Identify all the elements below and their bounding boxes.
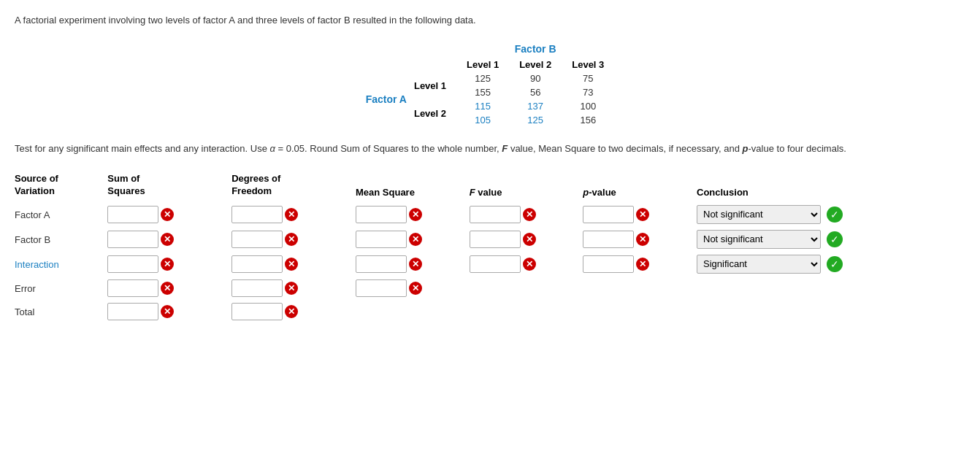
ss-cell-1: ✕ [107, 227, 231, 252]
data-a2b1-r1: 115 [456, 99, 509, 113]
ms-input-2[interactable] [356, 255, 407, 273]
ms-x-icon-3[interactable]: ✕ [409, 282, 422, 295]
header-fval: F value [470, 171, 583, 202]
header-source: Source ofVariation [15, 171, 107, 202]
conclusion-check-icon-0: ✓ [827, 207, 843, 223]
fval-input-1[interactable] [470, 231, 521, 248]
data-a1b3-r2: 73 [562, 85, 614, 99]
ss-input-3[interactable] [107, 279, 158, 297]
conclusion-cell-2: Not significantSignificant✓ [697, 252, 965, 277]
df-x-icon-4[interactable]: ✕ [285, 305, 298, 318]
ss-x-icon-2[interactable]: ✕ [161, 258, 174, 271]
ss-input-1[interactable] [107, 231, 158, 248]
row-label-1: Factor B [15, 227, 107, 252]
df-cell-4: ✕ [231, 300, 356, 323]
pval-x-icon-0[interactable]: ✕ [636, 208, 649, 221]
data-a1b2-r2: 56 [509, 85, 562, 99]
conclusion-cell-0: Not significantSignificant✓ [697, 202, 965, 227]
col-level1-header: Level 1 [456, 58, 509, 72]
df-input-2[interactable] [231, 255, 283, 273]
df-input-0[interactable] [231, 206, 283, 223]
ms-cell-2: ✕ [356, 252, 470, 277]
row-label-4: Total [15, 300, 107, 323]
pval-x-icon-1[interactable]: ✕ [636, 233, 649, 246]
ss-input-0[interactable] [107, 206, 158, 223]
conclusion-check-icon-2: ✓ [827, 256, 843, 272]
intro-text: A factorial experiment involving two lev… [15, 15, 965, 26]
df-input-3[interactable] [231, 279, 283, 297]
conclusion-cell-4 [697, 300, 965, 323]
conclusion-select-2[interactable]: Not significantSignificant [697, 255, 821, 274]
row-level1-label: Level 1 [414, 72, 456, 99]
ss-cell-3: ✕ [107, 277, 231, 300]
ms-x-icon-0[interactable]: ✕ [409, 208, 422, 221]
data-a2b2-r1: 137 [509, 99, 562, 113]
conclusion-cell-3 [697, 277, 965, 300]
ss-input-2[interactable] [107, 255, 158, 273]
fval-x-icon-2[interactable]: ✕ [523, 258, 536, 271]
instructions: Test for any significant main effects an… [15, 142, 965, 157]
fval-cell-3 [470, 277, 583, 300]
anova-table: Source ofVariation Sum ofSquares Degrees… [15, 171, 965, 323]
df-cell-2: ✕ [231, 252, 356, 277]
fval-x-icon-0[interactable]: ✕ [523, 208, 536, 221]
fval-cell-2: ✕ [470, 252, 583, 277]
ms-cell-0: ✕ [356, 202, 470, 227]
data-a2b3-r1: 100 [562, 99, 614, 113]
ss-input-4[interactable] [107, 303, 158, 320]
pval-cell-0: ✕ [583, 202, 697, 227]
df-input-4[interactable] [231, 303, 283, 320]
header-df: Degrees ofFreedom [231, 171, 356, 202]
fval-x-icon-1[interactable]: ✕ [523, 233, 536, 246]
ms-input-0[interactable] [356, 206, 407, 223]
col-level2-header: Level 2 [509, 58, 562, 72]
df-cell-0: ✕ [231, 202, 356, 227]
data-a1b1-r2: 155 [456, 85, 509, 99]
ms-cell-3: ✕ [356, 277, 470, 300]
ss-x-icon-4[interactable]: ✕ [161, 305, 174, 318]
data-a1b2-r1: 90 [509, 72, 562, 85]
fval-input-0[interactable] [470, 206, 521, 223]
df-x-icon-2[interactable]: ✕ [285, 258, 298, 271]
header-pval: p-value [583, 171, 697, 202]
df-cell-1: ✕ [231, 227, 356, 252]
ms-cell-1: ✕ [356, 227, 470, 252]
pval-input-0[interactable] [583, 206, 634, 223]
fval-cell-0: ✕ [470, 202, 583, 227]
ms-x-icon-2[interactable]: ✕ [409, 258, 422, 271]
conclusion-cell-1: Not significantSignificant✓ [697, 227, 965, 252]
conclusion-check-icon-1: ✓ [827, 231, 843, 247]
fval-cell-1: ✕ [470, 227, 583, 252]
pval-cell-1: ✕ [583, 227, 697, 252]
data-table: Factor B Level 1 Level 2 Level 3 Factor … [366, 43, 615, 127]
header-ss: Sum ofSquares [107, 171, 231, 202]
pval-x-icon-2[interactable]: ✕ [636, 258, 649, 271]
ms-cell-4 [356, 300, 470, 323]
data-a2b3-r2: 156 [562, 113, 614, 127]
conclusion-select-0[interactable]: Not significantSignificant [697, 205, 821, 224]
fval-input-2[interactable] [470, 255, 521, 273]
ss-x-icon-1[interactable]: ✕ [161, 233, 174, 246]
ss-cell-0: ✕ [107, 202, 231, 227]
df-input-1[interactable] [231, 231, 283, 248]
df-cell-3: ✕ [231, 277, 356, 300]
pval-input-1[interactable] [583, 231, 634, 248]
data-a1b3-r1: 75 [562, 72, 614, 85]
factor-a-label: Factor A [366, 72, 414, 127]
row-label-2: Interaction [15, 252, 107, 277]
df-x-icon-3[interactable]: ✕ [285, 282, 298, 295]
row-label-0: Factor A [15, 202, 107, 227]
ss-x-icon-0[interactable]: ✕ [161, 208, 174, 221]
ms-input-1[interactable] [356, 231, 407, 248]
pval-input-2[interactable] [583, 255, 634, 273]
ms-x-icon-1[interactable]: ✕ [409, 233, 422, 246]
ms-input-3[interactable] [356, 279, 407, 297]
col-level3-header: Level 3 [562, 58, 614, 72]
df-x-icon-1[interactable]: ✕ [285, 233, 298, 246]
header-conclusion: Conclusion [697, 171, 965, 202]
ss-x-icon-3[interactable]: ✕ [161, 282, 174, 295]
df-x-icon-0[interactable]: ✕ [285, 208, 298, 221]
pval-cell-2: ✕ [583, 252, 697, 277]
row-label-3: Error [15, 277, 107, 300]
conclusion-select-1[interactable]: Not significantSignificant [697, 230, 821, 249]
